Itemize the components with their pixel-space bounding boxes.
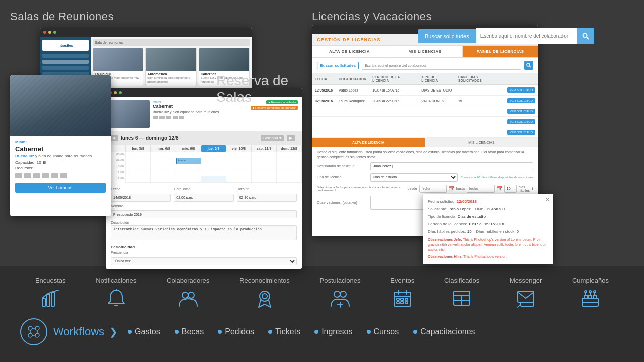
buscar-solicitudes-button[interactable]: Buscar solicitudes — [418, 29, 476, 43]
lic-search-go-button[interactable] — [524, 61, 533, 70]
desde-date-input[interactable] — [419, 185, 447, 193]
svg-point-10 — [188, 292, 194, 298]
dias-habiles-label: dias hábiles — [519, 185, 530, 192]
notificaciones-icon[interactable] — [106, 288, 126, 308]
ver-solicitud-btn-1[interactable]: VER SOLICITUD — [507, 87, 535, 93]
colaboradores-label: Colaboradores — [167, 277, 209, 284]
cell-fecha-1: 12/05/2016 — [312, 85, 336, 96]
ver-solicitud-btn-3[interactable]: VER SOLICITUD — [507, 109, 535, 114]
colaboradores-icon[interactable] — [178, 288, 198, 308]
mini-room-img — [110, 100, 150, 128]
form-group-hfin: Hora fin — [237, 187, 297, 202]
lic-tab-mis[interactable]: MIS LICENCIAS — [387, 46, 463, 57]
th-tipo: TIPO DE LICENCIA — [418, 73, 455, 85]
sidebar-item-2[interactable] — [42, 60, 89, 64]
lic-form-desc: Desde el siguiente formulario usted podr… — [312, 147, 538, 161]
reconocimientos-icon[interactable] — [255, 288, 275, 308]
ver-horarios-button[interactable]: Ver horarios — [15, 183, 106, 193]
ver-solicitud-btn-5[interactable]: VER SOLICITUD — [507, 130, 535, 135]
hinicio-input[interactable] — [174, 194, 233, 202]
cell-col-1: Pablo Lopez — [336, 85, 369, 96]
hasta-date-input[interactable] — [467, 185, 495, 193]
svg-line-1 — [587, 37, 589, 39]
workflow-icon-circle[interactable] — [20, 318, 47, 345]
descripcion-textarea[interactable]: Intercambiar nuevas variables económicas… — [111, 225, 297, 240]
workflow-item-pedidos[interactable]: Pedidos — [218, 327, 254, 336]
workflows-row: Workflows ❯ Gastos Becas Pedidos Tickets — [20, 318, 624, 345]
fecha-input[interactable] — [111, 194, 171, 202]
table-row: 12/05/2016 Pablo Lopez 10/07 al 15/07/16… — [312, 85, 538, 96]
svg-point-11 — [260, 291, 270, 301]
ver-solicitud-btn-4[interactable]: VER SOLICITUD — [507, 119, 535, 124]
tipo-licencia-select[interactable]: Dias de estudio — [370, 173, 458, 182]
reserva-mockup: Miami Cabernet Buena luz y bien equipada… — [106, 88, 302, 269]
search-bar: Buscar solicitudes — [418, 28, 594, 44]
sidebar-item-3[interactable] — [42, 66, 89, 70]
room-desc-text: Buena luz y bien equipada para reuniones — [15, 154, 106, 158]
workflow-items: Gastos Becas Pedidos Tickets Ingresos — [128, 327, 475, 336]
lic-tab-panel[interactable]: PANEL DE LICENCIAS — [463, 46, 538, 57]
lic-tabs: ALTA DE LICENCIA MIS LICENCIAS PANEL DE … — [312, 46, 538, 58]
search-colaborador-input[interactable] — [476, 28, 577, 44]
popup-fecha-value: 12/05/2016 — [457, 199, 477, 204]
cal-cell-24 — [176, 170, 201, 176]
workflow-item-gastos[interactable]: Gastos — [128, 327, 160, 336]
workflow-item-tickets[interactable]: Tickets — [268, 327, 300, 336]
lic-search-field[interactable] — [362, 61, 521, 70]
search-submit-button[interactable] — [577, 28, 594, 44]
workflow-label-tickets: Tickets — [275, 327, 300, 336]
lic-table-head: FECHA COLABORADOR PERIODO DE LA LICENCIA… — [312, 73, 538, 85]
icons-row: Encuestas Notificaciones — [20, 277, 624, 308]
cal-semana-btn[interactable]: Semana ▾ — [261, 135, 284, 141]
cumpleanos-icon[interactable] — [580, 288, 600, 308]
room-icon-phone — [42, 173, 49, 178]
room-icon-wifi — [15, 173, 22, 178]
cal-cell-28 — [277, 170, 302, 176]
lic-tab-alta[interactable]: ALTA DE LICENCIA — [312, 46, 387, 57]
room-card-2[interactable]: Automática Bien luminosa para reuniones … — [145, 48, 196, 86]
bottom-section: Encuestas Notificaciones — [0, 266, 644, 362]
encuestas-icon[interactable] — [40, 288, 60, 308]
messenger-icon[interactable] — [516, 288, 536, 308]
workflow-item-ingresos[interactable]: Ingresos — [314, 327, 352, 336]
workflow-label-cursos: Cursos — [374, 327, 399, 336]
room-name-2: Automática — [147, 72, 194, 76]
cal-prev-btn[interactable]: ◀ — [110, 135, 118, 141]
popup-close-button[interactable]: × — [546, 196, 549, 203]
lic-search-row: Buscar solicitudes — [312, 58, 538, 73]
lic-form-tab-alta[interactable]: ALTA DE LICENCIA — [312, 138, 425, 147]
obs-label: Observaciones: (optativo) — [317, 201, 367, 204]
popup-dni-value: 123456789 — [485, 207, 505, 211]
salas-logo: intrasites — [42, 40, 89, 51]
lic-table-header-row: FECHA COLABORADOR PERIODO DE LA LICENCIA… — [312, 73, 538, 85]
cal-cell-22 — [126, 170, 151, 176]
workflow-item-capacitaciones[interactable]: Capacitaciones — [413, 327, 475, 336]
hfin-label: Hora fin — [237, 187, 297, 191]
sidebar-item-1[interactable] — [42, 54, 89, 58]
cell-dias-1 — [455, 85, 504, 96]
postulaciones-label: Postulaciones — [320, 277, 361, 284]
hfin-input[interactable] — [237, 194, 297, 202]
cal-next-btn[interactable]: ▶ — [287, 135, 295, 141]
cell-tipo-3 — [418, 106, 455, 117]
workflow-item-becas[interactable]: Becas — [175, 327, 204, 336]
cell-col-4 — [336, 117, 369, 127]
destinatario-input[interactable] — [370, 162, 533, 170]
workflow-dot-capacitaciones — [413, 330, 417, 334]
table-row: VER SOLICITUD — [312, 127, 538, 138]
eventos-icon[interactable] — [392, 288, 413, 308]
postulaciones-icon[interactable] — [330, 288, 350, 308]
dias-input[interactable] — [504, 185, 517, 193]
workflow-item-cursos[interactable]: Cursos — [367, 327, 399, 336]
nombre-input[interactable] — [111, 210, 297, 218]
frecuencia-select[interactable]: Única vez — [111, 257, 297, 265]
messenger-label: Messenger — [510, 277, 542, 284]
room-capacity: Capacidad: 10 🖥 — [15, 160, 106, 165]
icon-item-notificaciones: Notificaciones — [96, 277, 136, 308]
eventos-label: Eventos — [390, 277, 414, 284]
popup-tipo-value: Dias de estudio — [458, 214, 486, 219]
desde-label: desde — [408, 187, 417, 190]
clasificados-icon[interactable] — [452, 288, 472, 308]
ver-solicitud-btn-2[interactable]: VER SOLICITUD — [507, 98, 535, 103]
lic-form-tab-mis[interactable]: MIS LICENCIAS — [425, 138, 538, 147]
